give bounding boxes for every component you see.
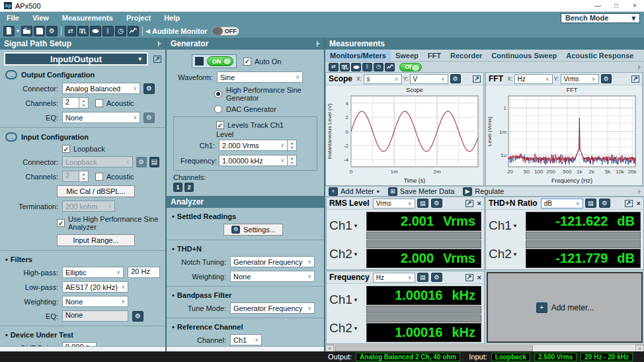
tab-continuous-sweep[interactable]: Continuous Sweep	[487, 50, 561, 61]
input-output-selector[interactable]: Input/Output ▾	[4, 52, 148, 66]
gear-icon[interactable]: ⚙	[431, 199, 442, 208]
input-channels-input[interactable]: 2	[62, 171, 79, 182]
tab-recorder[interactable]: Recorder	[446, 50, 487, 61]
menu-file[interactable]: File	[0, 14, 26, 22]
auto-on-checkbox[interactable]: ✓	[243, 58, 251, 66]
waveform-dropdown[interactable]: Sine	[217, 71, 303, 83]
fft-popout-icon[interactable]: ↗	[631, 75, 639, 83]
loopback-checkbox[interactable]: ✓	[62, 145, 70, 153]
bar-display-icon[interactable]: ▤	[417, 199, 428, 208]
add-meter-button[interactable]: + Add Meter ▾	[328, 187, 380, 196]
termination-dropdown[interactable]: 200 kohm	[62, 201, 115, 212]
input-acoustic-checkbox[interactable]	[95, 173, 103, 181]
output-eq-gear-icon[interactable]: ⚙	[143, 113, 155, 123]
frequency-stepper[interactable]: ▲▼	[288, 155, 297, 166]
input-channels-stepper[interactable]: ▲▼	[79, 171, 89, 182]
mic-cal-button[interactable]: Mic Cal / dBSPL...	[57, 185, 135, 197]
channel-selector[interactable]: Ch1▾	[329, 293, 366, 307]
popout-icon[interactable]: ↗	[153, 56, 161, 63]
clock-icon[interactable]: ◷	[374, 63, 383, 71]
popout-icon[interactable]: ↗	[465, 274, 473, 281]
pin-icon[interactable]: ⊦	[638, 188, 641, 195]
hp-sine-analyzer-checkbox[interactable]: ✓	[57, 219, 65, 227]
weighting-dropdown[interactable]: None	[62, 296, 128, 307]
tab-acoustic-response[interactable]: Acoustic Response	[561, 50, 638, 61]
popout-icon[interactable]: ↗	[625, 200, 633, 207]
popout-icon[interactable]: ↗	[465, 200, 473, 207]
open-project-button[interactable]	[21, 26, 32, 36]
bench-mode-dropdown[interactable]: Bench Mode ▾	[561, 13, 640, 23]
gear-icon[interactable]: ⚙	[431, 273, 442, 282]
frequency-unit-dropdown[interactable]: Hz	[373, 273, 415, 283]
scope-popout-icon[interactable]: ↗	[473, 75, 481, 83]
input-connector-dropdown[interactable]: Loopback	[62, 156, 133, 167]
dac-generator-radio[interactable]	[214, 105, 222, 113]
tab-monitors-meters[interactable]: Monitors/Meters	[325, 50, 391, 61]
output-connector-settings-gear-icon[interactable]: ⚙	[143, 83, 155, 94]
channel-selector[interactable]: Ch2▾	[489, 247, 526, 261]
pin-icon[interactable]: ⊦	[638, 64, 641, 71]
highpass-frequency-input[interactable]: 20 Hz	[128, 267, 160, 278]
levels-track-checkbox[interactable]: ✓	[216, 121, 224, 129]
input-range-button[interactable]: Input Range...	[57, 234, 135, 246]
add-meter-placeholder[interactable]: + Add meter...	[487, 272, 643, 343]
filters-eq-field[interactable]: None	[62, 310, 128, 322]
fft-y-dropdown[interactable]: Vrms	[561, 74, 599, 84]
menu-view[interactable]: View	[26, 14, 56, 22]
new-project-caret-icon[interactable]: ▾	[17, 28, 19, 34]
scrollbar-thumb[interactable]	[335, 345, 533, 351]
thdn-unit-dropdown[interactable]: dB	[541, 199, 583, 208]
signal-path-icon[interactable]: ⇄	[329, 63, 339, 71]
maximize-button[interactable]: □	[607, 0, 625, 11]
close-icon[interactable]: ×	[477, 199, 481, 207]
settings-button[interactable]: ⚙ Settings...	[223, 224, 283, 236]
save-project-button[interactable]	[34, 26, 45, 36]
audible-monitor-toggle[interactable]: OFF	[212, 26, 239, 36]
generator-waveform-icon[interactable]	[77, 26, 89, 36]
channel-1-button[interactable]: 1	[173, 183, 182, 192]
analyzer-icon[interactable]	[351, 63, 361, 71]
frequency-dropdown[interactable]: 1.00000 kHz	[219, 155, 288, 166]
signal-path-setup-icon[interactable]: ⇄	[65, 26, 76, 36]
output-connector-dropdown[interactable]: Analog Balanced	[62, 83, 140, 94]
menu-help[interactable]: Help	[157, 14, 186, 22]
gear-icon[interactable]: ⚙	[599, 199, 610, 208]
analyzer-icon[interactable]	[90, 26, 101, 36]
scope-y-dropdown[interactable]: V	[410, 74, 448, 84]
generator-on-toggle[interactable]: ON	[192, 54, 237, 68]
close-icon[interactable]: ×	[637, 199, 641, 207]
menu-project[interactable]: Project	[120, 14, 157, 22]
reference-channel-dropdown[interactable]: Ch1	[230, 334, 262, 345]
notch-tuning-dropdown[interactable]: Generator Frequency	[230, 256, 315, 267]
input-connector-gear-icon[interactable]: ⚙	[136, 157, 146, 167]
channel-selector[interactable]: Ch2▾	[329, 247, 366, 261]
channel-2-button[interactable]: 2	[184, 183, 194, 192]
input-connector-list-icon[interactable]: ▤	[149, 157, 159, 167]
clock-icon[interactable]: ◷	[115, 26, 126, 36]
fft-x-dropdown[interactable]: Hz	[514, 74, 553, 84]
output-channels-input[interactable]: 2	[62, 97, 79, 109]
regulate-button[interactable]: ▶ Regulate	[462, 187, 504, 196]
menu-measurements[interactable]: Measurements	[56, 14, 120, 22]
ch1-level-stepper[interactable]: ▲▼	[288, 140, 297, 151]
bluetooth-icon[interactable]: ᛒ	[362, 63, 372, 71]
monitors-on-toggle[interactable]: ON	[399, 63, 422, 71]
generator-waveform-icon[interactable]	[340, 63, 350, 71]
highpass-dropdown[interactable]: Elliptic	[62, 267, 124, 278]
minimize-button[interactable]: —	[588, 0, 607, 11]
close-icon[interactable]: ×	[477, 273, 481, 281]
channel-selector[interactable]: Ch2▾	[329, 321, 366, 336]
output-acoustic-checkbox[interactable]	[95, 99, 103, 107]
save-meter-data-button[interactable]: ⊞ Save Meter Data	[387, 187, 455, 196]
settings-gear-button[interactable]: ⚙	[46, 26, 58, 36]
filters-eq-gear-icon[interactable]: ⚙	[132, 311, 143, 322]
scope-settings-gear-icon[interactable]: ⚙	[450, 74, 461, 83]
monitor-chart-icon[interactable]	[385, 63, 395, 71]
bar-display-icon[interactable]: ▤	[585, 199, 596, 208]
channel-selector[interactable]: Ch1▾	[489, 218, 526, 233]
analyzer-weighting-dropdown[interactable]: None	[230, 271, 315, 282]
bluetooth-icon[interactable]: ᛒ	[102, 26, 114, 36]
channel-selector[interactable]: Ch1▾	[329, 218, 366, 233]
close-button[interactable]: ×	[625, 0, 644, 11]
monitor-chart-icon[interactable]	[128, 26, 139, 36]
